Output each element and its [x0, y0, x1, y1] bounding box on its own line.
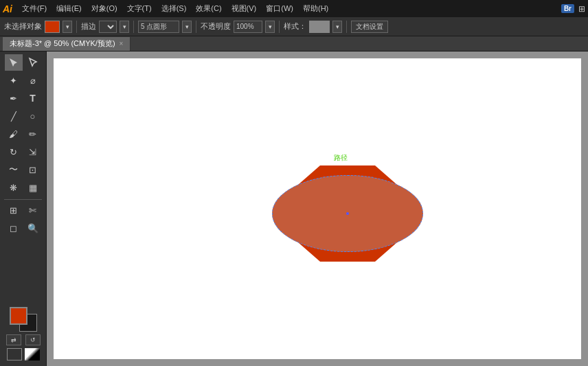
fill-color-swatch[interactable] [45, 21, 60, 33]
gradient-btn[interactable] [25, 348, 40, 361]
column-graph-tool[interactable]: ▦ [24, 179, 42, 196]
tool-row-2: ✦ ⌀ [1, 72, 45, 89]
color-boxes [10, 307, 37, 332]
fill-dropdown-btn[interactable]: ▾ [63, 21, 72, 33]
line-tool[interactable]: ╱ [5, 108, 23, 124]
paintbrush-tool[interactable]: 🖌 [5, 126, 23, 142]
shape-container[interactable]: 路径 [272, 165, 423, 262]
brush-input[interactable] [138, 21, 179, 33]
tab-bar: 未标题-3* @ 50% (CMYK/预览) × [0, 36, 588, 52]
title-bar: Ai 文件(F) 编辑(E) 对象(O) 文字(T) 选择(S) 效果(C) 视… [0, 0, 588, 17]
separator4 [279, 21, 280, 33]
menu-effect[interactable]: 效果(C) [192, 2, 225, 15]
foreground-color-box[interactable] [10, 307, 27, 325]
separator5 [346, 21, 347, 33]
menu-view[interactable]: 视图(V) [227, 2, 261, 15]
symbol-tool[interactable]: ❋ [5, 179, 23, 196]
document-tab[interactable]: 未标题-3* @ 50% (CMYK/预览) × [3, 37, 131, 51]
menu-object[interactable]: 对象(O) [87, 2, 122, 15]
tool-separator [4, 199, 42, 200]
no-fill-btn[interactable] [7, 348, 22, 361]
slice-tool[interactable]: ✄ [24, 202, 42, 218]
pencil-tool[interactable]: ✏ [24, 126, 42, 142]
menu-help[interactable]: 帮助(H) [299, 2, 332, 15]
rotate-tool[interactable]: ↻ [5, 144, 23, 160]
menu-bar: 文件(F) 编辑(E) 对象(O) 文字(T) 选择(S) 效果(C) 视图(V… [18, 2, 332, 15]
type-tool[interactable]: T [24, 90, 42, 106]
menu-edit[interactable]: 编辑(E) [52, 2, 86, 15]
tool-row-5: 🖌 ✏ [1, 126, 45, 142]
tool-row-6: ↻ ⇲ [1, 144, 45, 160]
separator1 [76, 21, 77, 33]
tool-row-9: ⊞ ✄ [1, 202, 45, 218]
pen-tool[interactable]: ✒ [5, 90, 23, 106]
main-layout: ✦ ⌀ ✒ T ╱ ○ 🖌 ✏ ↻ ⇲ 〜 ⊡ ❋ ▦ [0, 52, 588, 366]
shape-label: 路径 [334, 153, 348, 163]
menu-window[interactable]: 窗口(W) [262, 2, 297, 15]
stroke-dropdown-btn[interactable]: ▾ [120, 21, 129, 33]
canvas-paper: 路径 [54, 58, 581, 359]
tab-title: 未标题-3* @ 50% (CMYK/预览) [10, 38, 115, 49]
tool-row-10: ◻ 🔍 [1, 220, 45, 236]
opacity-dropdown-btn[interactable]: ▾ [265, 21, 275, 33]
zoom-tool[interactable]: 🔍 [24, 220, 42, 236]
tab-close-btn[interactable]: × [120, 40, 124, 47]
tool-row-7: 〜 ⊡ [1, 161, 45, 178]
tool-row-4: ╱ ○ [1, 108, 45, 124]
separator2 [133, 21, 134, 33]
grid-icon[interactable]: ⊞ [578, 4, 585, 14]
tool-row-1 [1, 54, 45, 71]
style-dropdown-btn[interactable]: ▾ [332, 21, 342, 33]
free-transform-tool[interactable]: ⊡ [24, 161, 42, 178]
status-label: 未选择对象 [4, 21, 42, 32]
center-point [346, 212, 349, 215]
lasso-tool[interactable]: ⌀ [24, 72, 42, 89]
toolbar: ✦ ⌀ ✒ T ╱ ○ 🖌 ✏ ↻ ⇲ 〜 ⊡ ❋ ▦ [0, 52, 47, 366]
canvas-area[interactable]: 路径 [47, 52, 588, 366]
color-area: ⇄ ↺ [1, 304, 45, 363]
magic-wand-tool[interactable]: ✦ [5, 72, 23, 89]
tool-row-3: ✒ T [1, 90, 45, 106]
br-badge[interactable]: Br [561, 4, 574, 13]
color-controls: ⇄ ↺ [6, 334, 41, 345]
style-label: 样式： [284, 21, 306, 32]
menu-select[interactable]: 选择(S) [157, 2, 191, 15]
tool-row-8: ❋ ▦ [1, 179, 45, 196]
style-swatch[interactable] [309, 21, 330, 33]
default-colors-btn[interactable]: ↺ [25, 334, 41, 345]
scale-tool[interactable]: ⇲ [24, 144, 42, 160]
opacity-label: 不透明度 [201, 21, 231, 32]
menu-text[interactable]: 文字(T) [123, 2, 156, 15]
stroke-label: 描边 [81, 21, 96, 32]
swap-colors-btn[interactable]: ⇄ [6, 334, 21, 345]
ai-logo: Ai [3, 3, 12, 14]
control-bar: 未选择对象 ▾ 描边 ▾ ▾ 不透明度 ▾ 样式： ▾ 文档设置 [0, 17, 588, 36]
selection-tool[interactable] [5, 54, 23, 71]
opacity-input[interactable] [234, 21, 262, 33]
doc-settings-btn[interactable]: 文档设置 [351, 21, 388, 33]
artboard-tool[interactable]: ⊞ [5, 202, 23, 218]
brush-dropdown-btn[interactable]: ▾ [182, 21, 192, 33]
eraser-tool[interactable]: ◻ [5, 220, 23, 236]
ellipse-tool[interactable]: ○ [24, 108, 42, 124]
direct-selection-tool[interactable] [24, 54, 42, 71]
menu-file[interactable]: 文件(F) [18, 2, 51, 15]
stroke-select[interactable] [99, 21, 117, 33]
warp-tool[interactable]: 〜 [5, 161, 23, 178]
separator3 [196, 21, 196, 33]
